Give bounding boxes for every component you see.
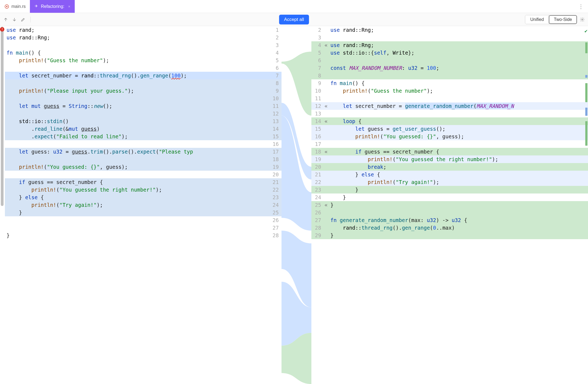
tab-bar: main.rs Refactoring: × ⋮: [0, 0, 588, 13]
code-line[interactable]: println!("You guessed the right number!"…: [5, 186, 282, 193]
code-line[interactable]: 13: [311, 110, 588, 117]
fold-marker: [323, 72, 329, 79]
fold-marker[interactable]: «: [323, 41, 329, 49]
left-pane[interactable]: use rand;1use rand::Rng;2 3fn main() {4 …: [0, 26, 282, 384]
code-line[interactable]: println!("Guess the number");5: [5, 57, 282, 64]
code-line[interactable]: 2use rand::Rng;: [311, 26, 588, 34]
code-line[interactable]: 18« if guess == secret_number {: [311, 148, 588, 155]
right-pane[interactable]: 2use rand::Rng;3 4«use rand::Rng;5use st…: [311, 26, 588, 384]
code-line[interactable]: 9fn main() {: [311, 79, 588, 87]
code-line[interactable]: 27fn generate_random_number(max: u32) ->…: [311, 216, 588, 224]
code-line[interactable]: println!("Try again!");24: [5, 201, 282, 209]
code-line[interactable]: println!("Please input your guess.");9: [5, 87, 282, 95]
gear-icon[interactable]: [580, 17, 585, 22]
prev-change-icon[interactable]: [3, 17, 8, 22]
code-line[interactable]: 29}: [311, 232, 588, 239]
fold-marker[interactable]: «: [323, 201, 329, 209]
code-line[interactable]: 22 println!("Try again!");: [311, 178, 588, 186]
code-line[interactable]: use rand;1: [5, 26, 282, 34]
code-line[interactable]: 20: [5, 171, 282, 178]
code-text: println!("Guess the number");: [5, 57, 271, 64]
code-line[interactable]: 8: [311, 72, 588, 79]
code-line[interactable]: fn main() {4: [5, 49, 282, 57]
code-line[interactable]: 4«use rand::Rng;: [311, 41, 588, 49]
code-line[interactable]: 17: [311, 140, 588, 148]
code-line[interactable]: 21 } else {: [311, 171, 588, 178]
two-side-button[interactable]: Two-Side: [549, 15, 577, 24]
code-line[interactable]: .read_line(&mut guess)14: [5, 125, 282, 133]
code-line[interactable]: 6: [311, 57, 588, 64]
fold-marker: [323, 216, 329, 224]
fold-marker[interactable]: «: [323, 102, 329, 110]
code-line[interactable]: 15 let guess = get_user_guess();: [311, 125, 588, 133]
rust-icon: [4, 4, 9, 9]
code-line[interactable]: let mut guess = String::new();11: [5, 102, 282, 110]
code-line[interactable]: 5use std::io::{self, Write};: [311, 49, 588, 57]
tab-refactoring[interactable]: Refactoring: ×: [30, 0, 74, 13]
code-line[interactable]: 10: [5, 95, 282, 102]
code-line[interactable]: 25«}: [311, 201, 588, 209]
tab-main-rs[interactable]: main.rs: [0, 0, 30, 13]
fold-marker: [323, 34, 329, 41]
tab-label: main.rs: [11, 4, 26, 9]
code-line[interactable]: 11: [311, 95, 588, 102]
fold-marker: [323, 209, 329, 216]
code-line[interactable]: 16 println!("You guessed: {}", guess);: [311, 133, 588, 140]
code-line[interactable]: 24 }: [311, 193, 588, 201]
code-text: [5, 110, 271, 117]
code-line[interactable]: 10 println!("Guess the number");: [311, 87, 588, 95]
code-text: use rand;: [5, 26, 271, 34]
line-number: 11: [271, 102, 282, 110]
edit-icon[interactable]: [21, 17, 26, 22]
code-line[interactable]: 26: [311, 209, 588, 216]
code-line[interactable]: } else {23: [5, 193, 282, 201]
code-line[interactable]: 23 }: [311, 186, 588, 193]
accept-all-button[interactable]: Accept all: [279, 15, 309, 24]
code-line[interactable]: 19 println!("You guessed the right numbe…: [311, 155, 588, 163]
fold-marker: [323, 140, 329, 148]
next-change-icon[interactable]: [12, 17, 17, 22]
more-icon[interactable]: ⋮: [574, 3, 588, 10]
fold-marker: [323, 171, 329, 178]
code-line[interactable]: 28 rand::thread_rng().gen_range(0..max): [311, 224, 588, 232]
line-number: 15: [311, 125, 323, 133]
code-line[interactable]: let secret_number = rand::thread_rng().g…: [5, 72, 282, 79]
line-number: 22: [311, 178, 323, 186]
code-line[interactable]: 27: [5, 224, 282, 232]
code-line[interactable]: let guess: u32 = guess.trim().parse().ex…: [5, 148, 282, 155]
code-line[interactable]: 6: [5, 64, 282, 72]
code-line[interactable]: println!("You guessed: {}", guess);19: [5, 163, 282, 171]
line-number: 5: [271, 57, 282, 64]
code-line[interactable]: 3: [5, 41, 282, 49]
code-line[interactable]: 16: [5, 140, 282, 148]
code-line[interactable]: .expect("Failed to read line");15: [5, 133, 282, 140]
tab-label: Refactoring:: [41, 4, 64, 9]
code-line[interactable]: std::io::stdin()13: [5, 117, 282, 125]
code-line[interactable]: 26: [5, 216, 282, 224]
line-number: 12: [271, 110, 282, 117]
code-line[interactable]: 12: [5, 110, 282, 117]
code-line[interactable]: }28: [5, 232, 282, 239]
line-number: 14: [311, 117, 323, 125]
fold-marker[interactable]: «: [323, 117, 329, 125]
code-line[interactable]: 18: [5, 155, 282, 163]
right-marker-strip[interactable]: [585, 26, 588, 384]
code-text: [5, 64, 271, 72]
code-line[interactable]: 8: [5, 79, 282, 87]
code-text: }: [329, 193, 588, 201]
code-line[interactable]: 12« let secret_number = generate_random_…: [311, 102, 588, 110]
fold-marker[interactable]: «: [323, 148, 329, 155]
code-line[interactable]: 20 break;: [311, 163, 588, 171]
code-text: println!("Try again!");: [5, 201, 271, 209]
fold-marker: [323, 163, 329, 171]
unified-button[interactable]: Unified: [525, 15, 549, 24]
line-number: 7: [311, 64, 323, 72]
code-line[interactable]: }25: [5, 209, 282, 216]
code-line[interactable]: if guess == secret_number {21: [5, 178, 282, 186]
code-line[interactable]: 3: [311, 34, 588, 41]
line-number: 21: [311, 171, 323, 178]
code-line[interactable]: use rand::Rng;2: [5, 34, 282, 41]
code-line[interactable]: 14« loop {: [311, 117, 588, 125]
code-line[interactable]: 7const MAX_RANDOM_NUMBER: u32 = 100;: [311, 64, 588, 72]
close-icon[interactable]: ×: [68, 4, 70, 9]
